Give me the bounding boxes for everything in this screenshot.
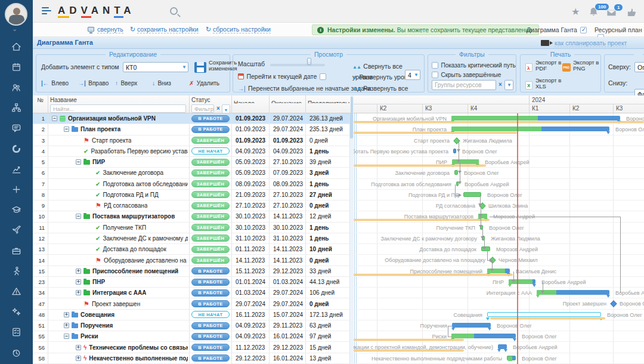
summary-bar[interactable]	[452, 323, 491, 328]
table-row[interactable]: 34+Интеграция с АААВ РАБОТЕ01.03.202429.…	[33, 288, 351, 298]
table-row[interactable]: 51+ПорученияВ РАБОТЕ04.09.202329.11.2023…	[33, 320, 351, 331]
critical-path-checkbox[interactable]	[432, 62, 438, 69]
task-name[interactable]: −Риски	[48, 331, 189, 341]
task-name[interactable]: +Совещания	[48, 310, 189, 320]
task-name[interactable]: +Интеграция с ААА	[48, 288, 189, 298]
notifications-icon[interactable]: 100	[589, 7, 599, 19]
clear-filter-icon[interactable]: ×	[499, 81, 502, 88]
goto-today-checkbox[interactable]	[320, 73, 326, 80]
export-xls-button[interactable]: X	[525, 79, 532, 90]
gantt-checkbox[interactable]	[580, 27, 587, 33]
table-row[interactable]: 7✔Подготовка актов обследованияЗАВЕРШЁН0…	[33, 179, 351, 190]
table-row[interactable]: 55−РискиВ РАБОТЕ04.09.202316.01.202497 д…	[33, 331, 351, 342]
task-name[interactable]: ⚑Старт проекта	[48, 135, 189, 146]
table-row[interactable]: 14⚑Оборудование доставлено на площадкуЗА…	[33, 255, 351, 266]
edit-right-button[interactable]: →| Вправо	[78, 77, 109, 88]
sidebar-item-plus[interactable]	[0, 180, 33, 199]
collapse-toggle[interactable]: −	[76, 159, 81, 165]
task-name[interactable]: ✔Заключение ДС к рамочному договору	[48, 233, 189, 243]
collapse-toggle[interactable]: −	[64, 334, 69, 339]
sidebar-item-progress[interactable]	[0, 139, 33, 158]
sidebar-item-warning[interactable]	[0, 282, 33, 301]
milestone-diamond[interactable]	[610, 301, 617, 307]
table-row[interactable]: 47⚑Проект завершенВ РАБОТЕ29.07.202429.0…	[33, 298, 351, 309]
summary-bar[interactable]	[452, 159, 479, 164]
table-row[interactable]: 48+СовещанияНЕ НАЧАТ16.11.202315.07.2024…	[33, 310, 351, 320]
expand-toggle[interactable]: +	[76, 279, 81, 285]
status-filter-clear-icon[interactable]: ×	[216, 105, 220, 112]
collapse-toggle[interactable]: −	[76, 214, 81, 219]
summary-bar[interactable]	[451, 334, 516, 338]
table-row[interactable]: 13✔Доставка до площадокЗАВЕРШЁН01.11.202…	[33, 244, 351, 255]
sidebar-item-messages[interactable]	[0, 119, 33, 138]
sidebar-item-plane[interactable]	[0, 221, 33, 240]
star-icon[interactable]: ★	[571, 6, 580, 17]
column-header-duration[interactable]: Продолжительность	[306, 95, 350, 103]
sidebar-item-history[interactable]	[0, 343, 33, 362]
expand-toggle[interactable]: +	[76, 269, 81, 274]
export-png-button[interactable]: PNG	[562, 61, 571, 72]
sidebar-item-activity[interactable]	[0, 261, 33, 280]
column-header-status[interactable]: Статус	[190, 95, 231, 103]
sidebar-item-calendar[interactable]	[0, 57, 33, 76]
sidebar-item-reports[interactable]	[0, 159, 33, 178]
search-icon[interactable]	[170, 7, 178, 15]
element-type-select[interactable]: КТ0▼	[123, 62, 188, 72]
sidebar-item-team[interactable]	[0, 78, 33, 97]
export-png-label[interactable]: Экспорт в PNG	[573, 60, 599, 72]
reset-settings-link[interactable]: сбросить настройки	[213, 26, 271, 33]
table-row[interactable]: 10−Поставка маршрутизаторовЗАВЕРШЁН30.10…	[33, 211, 351, 222]
expand-toggle[interactable]: +	[64, 323, 69, 328]
task-name[interactable]: ✔Получение ТКП	[48, 223, 189, 233]
table-row[interactable]: 5−ПИРЗАВЕРШЁН05.09.202327.10.202339 дней	[33, 157, 351, 168]
table-row[interactable]: 8✔Подготовка РД и ПДЗАВЕРШЁН21.09.202327…	[33, 190, 351, 200]
expand-toggle[interactable]: +	[76, 356, 81, 361]
export-pdf-label[interactable]: Экспорт в PDF	[535, 60, 562, 72]
status-filter-dropdown[interactable]: ▼	[222, 104, 230, 113]
task-bar[interactable]	[463, 192, 481, 197]
task-name[interactable]: +ϟТехнические проблемы со связью (коммун…	[48, 342, 189, 352]
task-name[interactable]: ⚑Проект завершен	[48, 298, 189, 309]
expand-toggle[interactable]: +	[76, 345, 81, 350]
table-row[interactable]: 11✔Получение ТКПЗАВЕРШЁН30.10.202330.10.…	[33, 223, 351, 233]
sidebar-item-structure[interactable]	[0, 98, 33, 118]
table-row[interactable]: 6✔Заключение договораЗАВЕРШЁН05.09.20230…	[33, 168, 351, 178]
sidebar-item-briefcase[interactable]	[0, 241, 33, 260]
name-filter-input[interactable]: Найти...	[50, 104, 186, 113]
table-row[interactable]: 15+Приспособление помещенийВ РАБОТЕ15.11…	[33, 266, 351, 277]
table-row[interactable]: 2−План проектаВ РАБОТЕ01.09.202329.07.20…	[33, 124, 351, 135]
expand-toggle[interactable]: +	[76, 290, 81, 295]
table-row[interactable]: 9⚑РД согласованаЗАВЕРШЁН27.10.202327.10.…	[33, 200, 351, 211]
layer-top-select[interactable]: Опер	[634, 62, 644, 72]
mail-icon[interactable]: 1	[606, 8, 617, 20]
table-row[interactable]: 23+ПНРВ РАБОТЕ01.01.202401.03.202444.13 …	[33, 277, 351, 288]
table-row[interactable]: 1−Организация мобильной VPNВ РАБОТЕ01.09…	[33, 113, 351, 124]
goto-today-button[interactable]: Перейти к текущей дате	[238, 70, 326, 81]
task-name[interactable]: ✔Доставка до площадок	[48, 244, 189, 254]
menu-icon[interactable]	[42, 7, 52, 15]
expand-toggle[interactable]: +	[64, 312, 69, 317]
table-row[interactable]: 56+ϟТехнические проблемы со связью (комм…	[33, 342, 351, 353]
column-header-name[interactable]: Название	[48, 95, 189, 103]
edit-delete-button[interactable]: ✗ Удалить	[189, 77, 219, 88]
export-pdf-button[interactable]: λ	[525, 61, 532, 72]
sidebar-item-home[interactable]	[0, 37, 33, 56]
task-name[interactable]: −Организация мобильной VPN	[48, 113, 189, 124]
hide-completed-checkbox[interactable]	[432, 72, 438, 78]
summary-bar[interactable]	[451, 116, 620, 121]
column-header-num[interactable]: №	[33, 95, 48, 103]
table-row[interactable]: 12✔Заключение ДС к рамочному договоруЗАВ…	[33, 233, 351, 244]
sidebar-item-checklist[interactable]	[0, 323, 33, 342]
move-tasks-button[interactable]: →| Перенести выбранные не начатые задачи	[238, 82, 371, 93]
scale-slider-thumb[interactable]	[307, 58, 311, 65]
save-settings-link[interactable]: сохранить настройки	[137, 26, 199, 33]
table-row[interactable]: 58+ϟНекачественно выполненные подрядчика…	[33, 353, 351, 364]
resource-groups-input[interactable]: Группы ресурсов	[432, 80, 496, 90]
collapse-link[interactable]: свернуть	[97, 26, 123, 33]
table-row[interactable]: 3⚑Старт проектаЗАВЕРШЁН01.09.202301.09.2…	[33, 135, 351, 146]
sidebar-collapse-icon[interactable]: ⌄	[12, 25, 17, 33]
task-name[interactable]: ✔Заключение договора	[48, 168, 189, 178]
task-name[interactable]: +ϟНекачественно выполненные подрядчиками…	[48, 353, 189, 363]
summary-bar[interactable]	[451, 127, 609, 131]
summary-bar[interactable]	[498, 344, 507, 349]
